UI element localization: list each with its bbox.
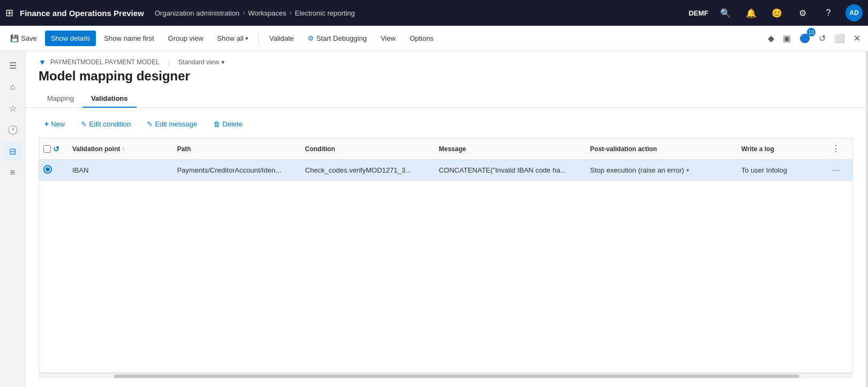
resize-handle[interactable]	[866, 51, 868, 387]
new-label: New	[51, 120, 65, 128]
tab-validations[interactable]: Validations	[83, 90, 137, 108]
show-all-chevron-icon: ▾	[245, 35, 248, 41]
row-path: Payments/CreditorAccount/Iden...	[170, 160, 298, 181]
dropdown-arrow-icon: ▾	[686, 167, 689, 173]
sidebar-item-menu[interactable]: ☰	[3, 56, 23, 75]
options-button[interactable]: Options	[403, 31, 439, 46]
show-name-first-button[interactable]: Show name first	[98, 31, 160, 46]
top-nav-right: DEMF 🔍 🔔 😊 ⚙ ? AD	[689, 4, 863, 21]
left-sidebar: ☰ ⌂ ☆ 🕐 ⊟ ≡	[0, 51, 26, 387]
validate-label: Validate	[269, 34, 294, 42]
row-radio-col	[39, 160, 66, 181]
tabs: Mapping Validations	[39, 90, 853, 107]
settings-icon-btn[interactable]: ⚙	[794, 4, 811, 21]
sidebar-item-recent[interactable]: 🕐	[3, 120, 23, 139]
edit-message-label: Edit message	[155, 120, 197, 128]
show-details-label: Show details	[51, 34, 91, 42]
validate-button[interactable]: Validate	[263, 31, 300, 46]
top-nav-bar: ⊞ Finance and Operations Preview Organiz…	[0, 0, 868, 26]
app-title: Finance and Operations Preview	[20, 9, 144, 18]
header-write-a-log[interactable]: Write a log	[735, 138, 822, 160]
user-avatar-btn[interactable]: AD	[845, 4, 863, 21]
close-icon-btn[interactable]: ✕	[850, 30, 864, 47]
validations-table-element: ↺ Validation point ↑ Path	[39, 138, 852, 181]
expand-icon-btn[interactable]: ⬜	[831, 30, 848, 47]
view-label: View	[380, 34, 395, 42]
sidebar-item-workspaces[interactable]: ⊟	[3, 142, 23, 161]
row-message: CONCATENATE("Invalid IBAN code ha...	[432, 160, 583, 181]
header-checkbox-col: ↺	[39, 138, 66, 160]
breadcrumb-workspaces[interactable]: Workspaces	[248, 9, 286, 17]
table-row[interactable]: IBAN Payments/CreditorAccount/Iden... Ch…	[39, 160, 852, 181]
search-icon-btn[interactable]: 🔍	[717, 4, 734, 21]
header-path[interactable]: Path	[170, 138, 298, 160]
tab-mapping[interactable]: Mapping	[39, 90, 83, 108]
page-breadcrumb-text: PAYMENTMODEL PAYMENT MODEL	[50, 58, 160, 66]
post-validation-dropdown[interactable]: Stop execution (raise an error) ▾	[590, 166, 728, 174]
breadcrumb-sep-1: ›	[243, 9, 245, 17]
header-condition[interactable]: Condition	[298, 138, 432, 160]
breadcrumb-pipe: |	[168, 58, 170, 66]
start-debugging-button[interactable]: ⚙ Start Debugging	[302, 31, 372, 46]
save-button[interactable]: 💾 Save	[4, 31, 43, 46]
show-details-button[interactable]: Show details	[45, 31, 96, 46]
row-more-btn[interactable]: ⋯	[828, 164, 843, 176]
plus-icon: +	[44, 120, 49, 128]
help-icon-btn[interactable]: ?	[820, 4, 837, 21]
smiley-icon-btn[interactable]: 😊	[768, 4, 785, 21]
view-button[interactable]: View	[375, 31, 401, 46]
row-condition: Check_codes.verifyMOD1271_3...	[298, 160, 432, 181]
column-more-btn[interactable]: ⋮	[828, 143, 843, 155]
toolbar-divider-1	[258, 32, 259, 45]
sidebar-item-list[interactable]: ≡	[3, 163, 23, 182]
page-title: Model mapping designer	[39, 69, 853, 84]
notification-count: 10	[807, 28, 815, 36]
sidebar-item-home[interactable]: ⌂	[3, 77, 23, 96]
environment-label: DEMF	[689, 9, 708, 17]
select-all-checkbox[interactable]	[43, 145, 51, 153]
main-content: ▼ PAYMENTMODEL PAYMENT MODEL | Standard …	[26, 51, 866, 387]
filter-icon: ▼	[39, 58, 46, 66]
debug-icon: ⚙	[308, 34, 314, 42]
horizontal-scrollbar[interactable]	[39, 373, 853, 378]
scrollbar-thumb[interactable]	[114, 375, 799, 378]
header-refresh-icon: ↺	[53, 145, 59, 153]
grid-menu-icon[interactable]: ⊞	[5, 7, 13, 19]
edit-message-icon: ✎	[147, 120, 153, 128]
group-view-label: Group view	[168, 34, 204, 42]
table-header-row: ↺ Validation point ↑ Path	[39, 138, 852, 160]
standard-view-selector[interactable]: Standard view ▾	[178, 58, 225, 66]
delete-button[interactable]: 🗑 Delete	[207, 117, 249, 131]
refresh-icon-btn[interactable]: ↺	[815, 30, 829, 47]
notifications-icon-btn[interactable]: 🔔	[743, 4, 760, 21]
edit-condition-button[interactable]: ✎ Edit condition	[75, 117, 137, 131]
header-post-validation-action[interactable]: Post-validation action	[583, 138, 735, 160]
sidebar-item-favorites[interactable]: ☆	[3, 99, 23, 118]
edit-message-button[interactable]: ✎ Edit message	[141, 117, 203, 131]
header-validation-point[interactable]: Validation point ↑	[66, 138, 170, 160]
panel-icon-btn[interactable]: ▣	[780, 30, 794, 47]
edit-condition-icon: ✎	[81, 120, 87, 128]
badge-icon-btn[interactable]: 🔵 10	[796, 30, 813, 47]
delete-icon: 🗑	[213, 120, 220, 128]
row-validation-point: IBAN	[66, 160, 170, 181]
layout: ☰ ⌂ ☆ 🕐 ⊟ ≡ ▼ PAYMENTMODEL PAYMENT MODEL…	[0, 51, 868, 387]
content-area: + New ✎ Edit condition ✎ Edit message 🗑 …	[26, 108, 866, 387]
validations-table: ↺ Validation point ↑ Path	[39, 138, 853, 373]
breadcrumb-org-admin[interactable]: Organization administration	[155, 9, 240, 17]
header-message[interactable]: Message	[432, 138, 583, 160]
delete-label: Delete	[222, 120, 243, 128]
breadcrumb-electronic-reporting[interactable]: Electronic reporting	[295, 9, 355, 17]
action-bar: + New ✎ Edit condition ✎ Edit message 🗑 …	[39, 116, 853, 131]
row-radio-btn[interactable]	[43, 165, 52, 174]
show-all-button[interactable]: Show all ▾	[211, 31, 254, 46]
diamond-icon-btn[interactable]: ◆	[765, 30, 777, 47]
options-label: Options	[409, 34, 433, 42]
new-button[interactable]: + New	[39, 116, 71, 131]
breadcrumb-sep-2: ›	[289, 9, 291, 17]
sort-icon-validation-point: ↑	[122, 146, 125, 152]
toolbar: 💾 Save Show details Show name first Grou…	[0, 26, 868, 51]
save-icon: 💾	[10, 34, 19, 42]
group-view-button[interactable]: Group view	[162, 31, 209, 46]
start-debugging-label: Start Debugging	[316, 34, 366, 42]
